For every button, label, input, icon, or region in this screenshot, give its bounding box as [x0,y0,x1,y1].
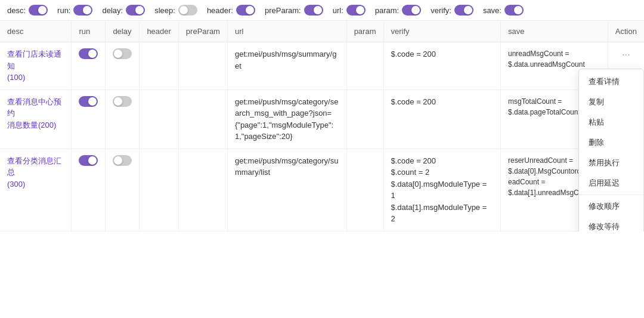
topbar-item: url: [333,5,366,16]
toggle-track [402,5,421,16]
toggle-track [79,48,98,59]
toggle-knob [514,6,522,14]
toggle-switch[interactable] [79,48,98,59]
toggle-track [346,5,366,16]
toggle-switch[interactable] [504,5,524,16]
preparam-cell [178,149,227,231]
run-cell[interactable] [72,149,106,231]
toggle-track [454,5,473,16]
toggle-track [73,5,92,16]
topbar-item: desc: [7,5,48,16]
toggle-track [29,5,48,16]
toggle-knob [88,97,97,106]
col-header-run: run [72,21,106,42]
url-cell: get:mei/push/msg/category/summary/list [227,149,346,231]
toggle-knob [38,6,47,14]
topbar-label: run: [57,6,70,15]
col-header-save: save [501,21,608,42]
topbar-label: delay: [102,6,123,15]
top-bar: desc:run:delay:sleep:header:preParam:url… [0,0,644,21]
preparam-cell [178,42,227,90]
context-menu-item[interactable]: 删除 [579,132,643,153]
topbar-label: header: [207,6,233,15]
delay-cell[interactable] [106,89,140,149]
topbar-label: verify: [431,6,451,15]
col-header-header: header [140,21,178,42]
context-menu: 查看详情复制粘贴删除禁用执行启用延迟修改顺序修改等待复制链接上面添加行下面添加行 [578,69,644,231]
toggle-knob [88,50,97,58]
topbar-label: url: [333,6,343,15]
param-cell [346,42,383,90]
toggle-knob [464,6,472,14]
topbar-label: desc: [7,6,26,15]
verify-cell: $.code = 200 $.count = 2 $.data[0].msgMo… [383,149,501,231]
toggle-track [304,5,323,16]
toggle-switch[interactable] [126,5,145,16]
table-row: 查看分类消息汇总 (300) get:mei/push/msg/category… [0,149,644,231]
table-header-row: descrundelayheaderpreParamurlparamverify… [0,21,644,42]
action-dots-button[interactable]: ··· [618,48,633,61]
toggle-switch[interactable] [79,155,98,166]
topbar-item: sleep: [154,5,197,16]
topbar-label: param: [375,6,399,15]
col-header-verify: verify [383,21,501,42]
col-header-preparam: preParam [178,21,227,42]
header-cell [140,149,178,231]
context-menu-item[interactable]: 禁用执行 [579,153,643,173]
toggle-switch[interactable] [113,155,132,166]
toggle-switch[interactable] [454,5,473,16]
topbar-item: param: [375,5,421,16]
toggle-knob [314,6,322,14]
toggle-switch[interactable] [346,5,366,16]
param-cell [346,149,383,231]
table-container: descrundelayheaderpreParamurlparamverify… [0,21,644,231]
delay-cell[interactable] [106,149,140,231]
header-cell [140,42,178,90]
toggle-switch[interactable] [79,96,98,107]
toggle-track [236,5,255,16]
header-cell [140,89,178,149]
context-menu-item[interactable]: 粘贴 [579,112,643,132]
toggle-switch[interactable] [29,5,48,16]
toggle-switch[interactable] [73,5,92,16]
toggle-knob [135,6,144,14]
toggle-switch[interactable] [113,96,132,107]
toggle-switch[interactable] [402,5,421,16]
toggle-knob [411,6,420,14]
topbar-label: sleep: [154,6,175,15]
preparam-cell [178,89,227,149]
toggle-knob [88,156,97,165]
main-table: descrundelayheaderpreParamurlparamverify… [0,21,644,231]
toggle-track [126,5,145,16]
topbar-item: delay: [102,5,145,16]
toggle-knob [114,156,122,165]
toggle-track [178,5,197,16]
topbar-item: preParam: [265,5,323,16]
run-cell[interactable] [72,89,106,149]
run-cell[interactable] [72,42,106,90]
toggle-knob [246,6,254,14]
context-menu-item[interactable]: 查看详情 [579,72,643,92]
table-row: 查看门店未读通知 (100) get:mei/push/msg/summary/… [0,42,644,90]
topbar-label: preParam: [265,6,301,15]
toggle-switch[interactable] [113,48,132,59]
desc-cell: 查看门店未读通知 (100) [0,42,72,90]
toggle-track [79,155,98,166]
col-header-param: param [346,21,383,42]
table-row: 查看消息中心预约 消息数量(200) get:mei/push/msg/cate… [0,89,644,149]
toggle-switch[interactable] [236,5,255,16]
topbar-item: verify: [431,5,473,16]
context-menu-item[interactable]: 修改等待 [579,217,643,231]
toggle-knob [114,50,122,58]
toggle-switch[interactable] [178,5,197,16]
verify-cell: $.code = 200 [383,89,501,149]
context-menu-item[interactable]: 复制 [579,92,643,112]
col-header-url: url [227,21,346,42]
toggle-track [504,5,524,16]
toggle-switch[interactable] [304,5,323,16]
toggle-knob [83,6,91,14]
delay-cell[interactable] [106,42,140,90]
context-menu-item[interactable]: 启用延迟 [579,173,643,193]
toggle-track [113,48,132,59]
context-menu-item[interactable]: 修改顺序 [579,196,643,217]
